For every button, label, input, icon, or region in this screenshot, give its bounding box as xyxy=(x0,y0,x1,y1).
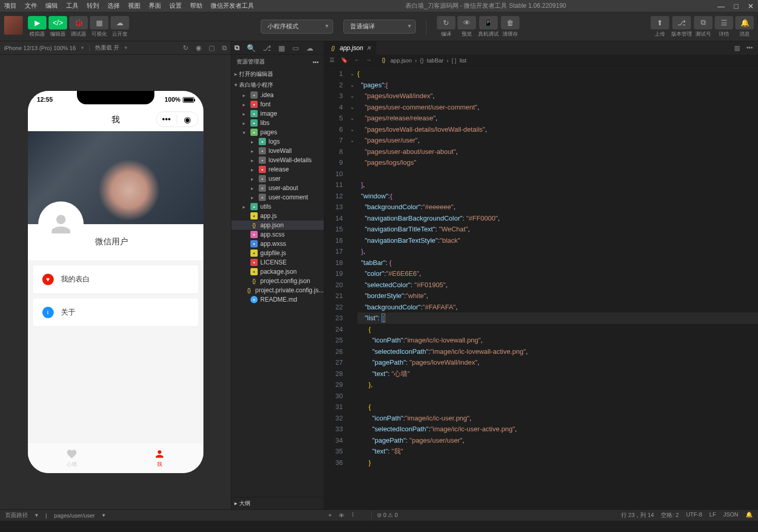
list-item[interactable]: i关于 xyxy=(33,299,198,326)
record-icon[interactable]: ◉ xyxy=(196,44,201,52)
language-label[interactable]: JSON xyxy=(723,511,738,519)
tb-真机调试[interactable]: 📱 xyxy=(479,16,498,29)
eol-label[interactable]: LF xyxy=(709,511,716,519)
close-tab-icon[interactable]: ✕ xyxy=(366,44,371,52)
bookmark-icon[interactable]: 🔖 xyxy=(341,57,348,64)
capsule-close-icon[interactable]: ◉ xyxy=(177,115,198,124)
tree-.idea[interactable]: ▸▪.idea xyxy=(231,90,324,100)
tree-libs[interactable]: ▸▪libs xyxy=(231,118,324,128)
opened-editors-section[interactable]: 打开的编辑器 xyxy=(231,69,324,80)
capsule-menu-icon[interactable]: ••• xyxy=(156,115,177,124)
explorer-tab-icon[interactable]: ⧉ xyxy=(234,43,240,52)
list-icon[interactable]: ☰ xyxy=(329,57,335,64)
tb-预览[interactable]: 👁 xyxy=(457,16,476,29)
menu-选择[interactable]: 选择 xyxy=(107,2,120,10)
tree-app.js[interactable]: •app.js xyxy=(231,211,324,221)
tree-image[interactable]: ▸▪image xyxy=(231,109,324,118)
bell-icon[interactable]: 🔔 xyxy=(746,511,753,519)
mode-select[interactable]: 小程序模式 xyxy=(261,20,333,34)
tree-loveWall-details[interactable]: ▸▪loveWall-details xyxy=(231,155,324,165)
code-area[interactable]: 1234567891011121314151617181920212223242… xyxy=(324,66,758,509)
tree-user-comment[interactable]: ▸▪user-comment xyxy=(231,193,324,202)
ext-tab-icon[interactable]: ▦ xyxy=(278,44,285,52)
device-label[interactable]: iPhone 12/13 (Pro) 100% 16 xyxy=(4,45,76,51)
forward-icon[interactable]: → xyxy=(366,57,372,64)
page-path[interactable]: pages/user/user xyxy=(54,512,95,519)
tb-云开发[interactable]: ☁ xyxy=(110,16,129,29)
tb-消息[interactable]: 🔔 xyxy=(735,16,754,29)
tree-app.wxss[interactable]: •app.wxss xyxy=(231,239,324,248)
menu-工具[interactable]: 工具 xyxy=(66,2,78,10)
back-icon[interactable]: ← xyxy=(354,57,360,64)
indent-label[interactable]: 空格: 2 xyxy=(661,511,678,519)
menu-编辑[interactable]: 编辑 xyxy=(45,2,58,10)
tree-user-about[interactable]: ▸▪user-about xyxy=(231,183,324,193)
tree-pages[interactable]: ▾▪pages xyxy=(231,128,324,137)
cursor-position[interactable]: 行 23，列 14 xyxy=(621,511,654,519)
tb-版本管理[interactable]: ⎇ xyxy=(672,16,691,29)
error-count[interactable]: ⊘ 0 ⚠ 0 xyxy=(377,512,398,519)
tree-loveWall[interactable]: ▸▪loveWall xyxy=(231,146,324,155)
path-label[interactable]: 页面路径 xyxy=(5,511,28,519)
popout-icon[interactable]: ⧉ xyxy=(222,44,227,52)
capsule: ••• ◉ xyxy=(156,112,198,127)
tree-user[interactable]: ▸▪user xyxy=(231,174,324,183)
tree-app.scss[interactable]: •app.scss xyxy=(231,230,324,239)
tb-清缓存[interactable]: 🗑 xyxy=(501,16,519,29)
branch-tab-icon[interactable]: ⎇ xyxy=(263,44,271,52)
tb-测试号[interactable]: ⧉ xyxy=(694,16,713,29)
tb-详情[interactable]: ☰ xyxy=(715,16,733,29)
more-icon[interactable]: ••• xyxy=(312,59,319,65)
cloud-tab-icon[interactable]: ☁ xyxy=(306,44,313,52)
editor-tab[interactable]: {} app.json ✕ xyxy=(324,41,377,55)
menu-微信开发者工具[interactable]: 微信开发者工具 xyxy=(211,2,254,10)
menu-设置[interactable]: 设置 xyxy=(169,2,182,10)
hotreload-label[interactable]: 热重载 开 xyxy=(95,44,119,52)
tb-模拟器[interactable]: ▶ xyxy=(28,16,46,29)
tree-gulpfile.js[interactable]: •gulpfile.js xyxy=(231,248,324,258)
minimize-button[interactable]: — xyxy=(718,2,725,10)
menu-转到[interactable]: 转到 xyxy=(87,2,99,10)
tree-release[interactable]: ▸▪release xyxy=(231,165,324,174)
tb-编译[interactable]: ↻ xyxy=(437,16,455,29)
list-item[interactable]: ♥我的表白 xyxy=(33,265,198,293)
tb-上传[interactable]: ⬆ xyxy=(651,16,669,29)
tree-README.md[interactable]: •README.md xyxy=(231,295,324,304)
encoding-label[interactable]: UTF-8 xyxy=(686,511,702,519)
menu-界面[interactable]: 界面 xyxy=(149,2,161,10)
device-icon[interactable]: ▢ xyxy=(209,44,215,52)
scene-icon[interactable]: ⌖ xyxy=(328,512,331,519)
profile-avatar[interactable] xyxy=(38,201,84,247)
tb-调试器[interactable]: 🐞 xyxy=(69,16,88,29)
menu-项目[interactable]: 项目 xyxy=(4,2,17,10)
menu-帮助[interactable]: 帮助 xyxy=(190,2,202,10)
close-button[interactable]: ✕ xyxy=(748,2,754,10)
tree-LICENSE[interactable]: •LICENSE xyxy=(231,258,324,267)
tree-package.json[interactable]: •package.json xyxy=(231,267,324,276)
more-icon[interactable]: ••• xyxy=(746,44,753,52)
refresh-icon[interactable]: ↻ xyxy=(183,44,188,52)
outline-section[interactable]: ▸ 大纲 xyxy=(231,497,324,509)
phone-nav-bar: 我 ••• ◉ xyxy=(28,108,203,131)
tree-logs[interactable]: ▸▪logs xyxy=(231,137,324,146)
tab-我[interactable]: 我 xyxy=(116,443,203,473)
tree-font[interactable]: ▸▪font xyxy=(231,100,324,109)
tree-app.json[interactable]: {}app.json xyxy=(231,221,324,230)
user-avatar[interactable] xyxy=(4,16,23,35)
tree-project.private.config.js...[interactable]: {}project.private.config.js... xyxy=(231,286,324,295)
split-icon[interactable]: ▥ xyxy=(734,44,740,52)
tree-project.config.json[interactable]: {}project.config.json xyxy=(231,276,324,286)
project-section[interactable]: 表白墙小程序 xyxy=(231,80,324,90)
menu-视图[interactable]: 视图 xyxy=(128,2,140,10)
tb-编辑器[interactable]: </> xyxy=(49,16,67,29)
menu-icon[interactable]: ⠇ xyxy=(352,512,356,519)
db-tab-icon[interactable]: ▭ xyxy=(292,44,299,52)
tb-可视化[interactable]: ▦ xyxy=(90,16,108,29)
eye-icon[interactable]: 👁 xyxy=(339,512,344,519)
tree-utils[interactable]: ▸▪utils xyxy=(231,202,324,211)
compile-select[interactable]: 普通编译 xyxy=(343,20,416,34)
maximize-button[interactable]: □ xyxy=(734,2,738,10)
search-tab-icon[interactable]: 🔍 xyxy=(247,44,256,52)
menu-文件[interactable]: 文件 xyxy=(25,2,37,10)
tab-心墙[interactable]: 心墙 xyxy=(28,443,116,473)
